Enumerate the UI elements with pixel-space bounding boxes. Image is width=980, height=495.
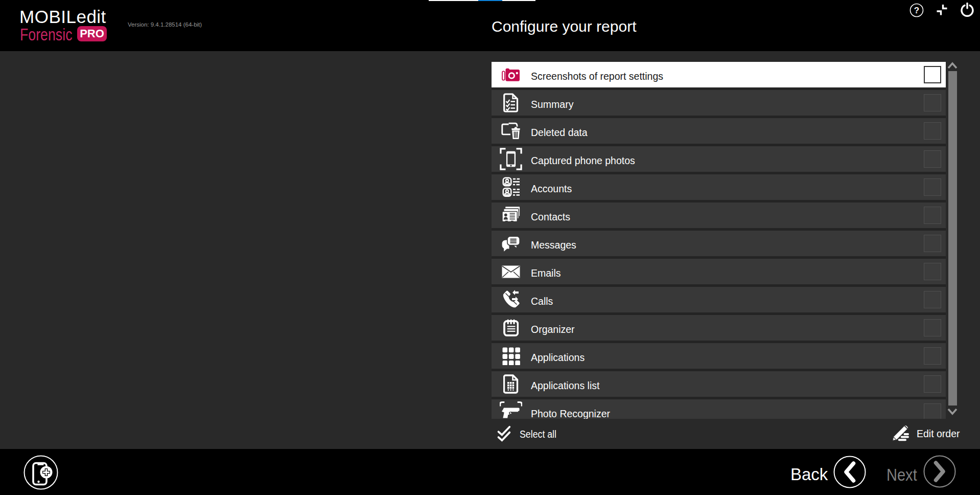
svg-text:?: ? — [914, 6, 919, 15]
